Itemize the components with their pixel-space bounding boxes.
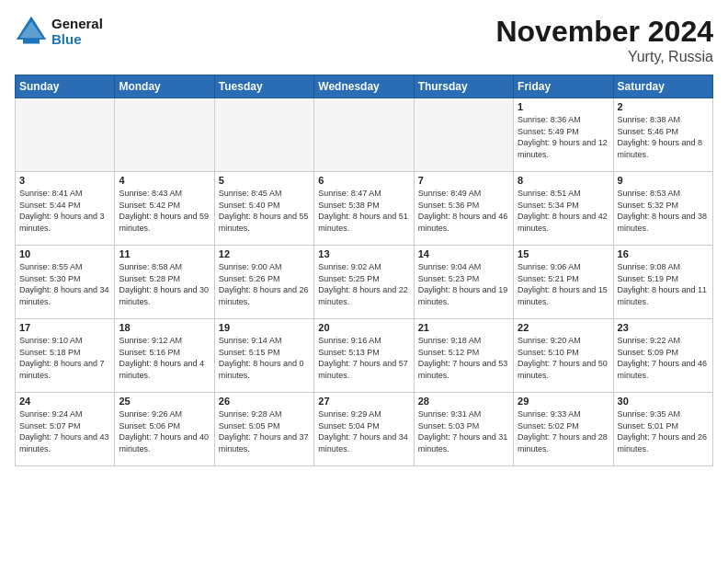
day-number: 20 <box>318 322 409 333</box>
day-number: 8 <box>518 175 609 186</box>
day-number: 4 <box>119 175 210 186</box>
weekday-header-friday: Friday <box>514 75 613 98</box>
day-info: Sunrise: 9:04 AM Sunset: 5:23 PM Dayligh… <box>418 261 509 307</box>
calendar-cell: 24Sunrise: 9:24 AM Sunset: 5:07 PM Dayli… <box>16 393 115 466</box>
calendar-cell: 27Sunrise: 9:29 AM Sunset: 5:04 PM Dayli… <box>314 393 414 466</box>
weekday-header-monday: Monday <box>115 75 214 98</box>
week-row-2: 3Sunrise: 8:41 AM Sunset: 5:44 PM Daylig… <box>16 172 713 246</box>
calendar-cell: 22Sunrise: 9:20 AM Sunset: 5:10 PM Dayli… <box>514 319 613 393</box>
weekday-header-thursday: Thursday <box>414 75 513 98</box>
week-row-5: 24Sunrise: 9:24 AM Sunset: 5:07 PM Dayli… <box>16 393 713 466</box>
day-info: Sunrise: 8:51 AM Sunset: 5:34 PM Dayligh… <box>518 188 609 234</box>
calendar-cell: 10Sunrise: 8:55 AM Sunset: 5:30 PM Dayli… <box>16 246 115 319</box>
weekday-header-sunday: Sunday <box>16 75 115 98</box>
day-info: Sunrise: 9:10 AM Sunset: 5:18 PM Dayligh… <box>19 335 110 381</box>
calendar-cell: 7Sunrise: 8:49 AM Sunset: 5:36 PM Daylig… <box>414 172 513 246</box>
calendar-cell: 29Sunrise: 9:33 AM Sunset: 5:02 PM Dayli… <box>514 393 613 466</box>
calendar-cell: 5Sunrise: 8:45 AM Sunset: 5:40 PM Daylig… <box>214 172 313 246</box>
week-row-1: 1Sunrise: 8:36 AM Sunset: 5:49 PM Daylig… <box>16 98 713 172</box>
location: Yurty, Russia <box>495 49 713 65</box>
weekday-header-saturday: Saturday <box>613 75 712 98</box>
day-info: Sunrise: 9:28 AM Sunset: 5:05 PM Dayligh… <box>219 408 310 454</box>
day-number: 16 <box>618 248 709 259</box>
day-info: Sunrise: 9:35 AM Sunset: 5:01 PM Dayligh… <box>618 408 709 454</box>
weekday-header-row: SundayMondayTuesdayWednesdayThursdayFrid… <box>16 75 713 98</box>
day-number: 26 <box>219 396 310 407</box>
day-info: Sunrise: 9:22 AM Sunset: 5:09 PM Dayligh… <box>618 335 709 381</box>
day-number: 18 <box>119 322 210 333</box>
day-number: 1 <box>518 101 609 112</box>
day-info: Sunrise: 9:12 AM Sunset: 5:16 PM Dayligh… <box>119 335 210 381</box>
calendar-cell: 11Sunrise: 8:58 AM Sunset: 5:28 PM Dayli… <box>115 246 214 319</box>
day-number: 11 <box>119 248 210 259</box>
day-info: Sunrise: 8:55 AM Sunset: 5:30 PM Dayligh… <box>19 261 110 307</box>
day-number: 28 <box>418 396 509 407</box>
day-info: Sunrise: 8:38 AM Sunset: 5:46 PM Dayligh… <box>618 114 709 160</box>
day-info: Sunrise: 9:02 AM Sunset: 5:25 PM Dayligh… <box>318 261 409 307</box>
calendar-cell: 23Sunrise: 9:22 AM Sunset: 5:09 PM Dayli… <box>613 319 712 393</box>
day-info: Sunrise: 9:14 AM Sunset: 5:15 PM Dayligh… <box>219 335 310 381</box>
calendar-cell: 13Sunrise: 9:02 AM Sunset: 5:25 PM Dayli… <box>314 246 414 319</box>
calendar-cell <box>115 98 214 172</box>
calendar-cell <box>314 98 414 172</box>
week-row-4: 17Sunrise: 9:10 AM Sunset: 5:18 PM Dayli… <box>16 319 713 393</box>
day-info: Sunrise: 9:29 AM Sunset: 5:04 PM Dayligh… <box>318 408 409 454</box>
calendar-cell: 2Sunrise: 8:38 AM Sunset: 5:46 PM Daylig… <box>613 98 712 172</box>
logo-icon <box>15 15 48 48</box>
day-number: 21 <box>418 322 509 333</box>
day-number: 22 <box>518 322 609 333</box>
day-number: 7 <box>418 175 509 186</box>
day-info: Sunrise: 9:08 AM Sunset: 5:19 PM Dayligh… <box>618 261 709 307</box>
day-info: Sunrise: 8:41 AM Sunset: 5:44 PM Dayligh… <box>19 188 110 234</box>
day-number: 15 <box>518 248 609 259</box>
calendar-cell: 17Sunrise: 9:10 AM Sunset: 5:18 PM Dayli… <box>16 319 115 393</box>
month-title: November 2024 <box>495 15 713 49</box>
day-info: Sunrise: 9:16 AM Sunset: 5:13 PM Dayligh… <box>318 335 409 381</box>
day-number: 5 <box>219 175 310 186</box>
day-number: 14 <box>418 248 509 259</box>
calendar-cell <box>16 98 115 172</box>
calendar-cell <box>214 98 313 172</box>
day-info: Sunrise: 9:33 AM Sunset: 5:02 PM Dayligh… <box>518 408 609 454</box>
header: General Blue November 2024 Yurty, Russia <box>15 15 713 65</box>
calendar-cell: 1Sunrise: 8:36 AM Sunset: 5:49 PM Daylig… <box>514 98 613 172</box>
day-number: 6 <box>318 175 409 186</box>
week-row-3: 10Sunrise: 8:55 AM Sunset: 5:30 PM Dayli… <box>16 246 713 319</box>
calendar-cell: 6Sunrise: 8:47 AM Sunset: 5:38 PM Daylig… <box>314 172 414 246</box>
calendar-cell: 8Sunrise: 8:51 AM Sunset: 5:34 PM Daylig… <box>514 172 613 246</box>
calendar-cell: 30Sunrise: 9:35 AM Sunset: 5:01 PM Dayli… <box>613 393 712 466</box>
day-info: Sunrise: 8:36 AM Sunset: 5:49 PM Dayligh… <box>518 114 609 160</box>
day-number: 24 <box>19 396 110 407</box>
weekday-header-tuesday: Tuesday <box>214 75 313 98</box>
day-number: 2 <box>618 101 709 112</box>
day-number: 13 <box>318 248 409 259</box>
calendar-cell: 25Sunrise: 9:26 AM Sunset: 5:06 PM Dayli… <box>115 393 214 466</box>
calendar-cell: 15Sunrise: 9:06 AM Sunset: 5:21 PM Dayli… <box>514 246 613 319</box>
calendar-cell <box>414 98 513 172</box>
day-info: Sunrise: 9:00 AM Sunset: 5:26 PM Dayligh… <box>219 261 310 307</box>
page: General Blue November 2024 Yurty, Russia… <box>0 0 728 563</box>
calendar-cell: 4Sunrise: 8:43 AM Sunset: 5:42 PM Daylig… <box>115 172 214 246</box>
calendar-cell: 20Sunrise: 9:16 AM Sunset: 5:13 PM Dayli… <box>314 319 414 393</box>
day-number: 25 <box>119 396 210 407</box>
day-number: 3 <box>19 175 110 186</box>
day-number: 9 <box>618 175 709 186</box>
day-info: Sunrise: 9:26 AM Sunset: 5:06 PM Dayligh… <box>119 408 210 454</box>
day-info: Sunrise: 8:49 AM Sunset: 5:36 PM Dayligh… <box>418 188 509 234</box>
day-info: Sunrise: 9:06 AM Sunset: 5:21 PM Dayligh… <box>518 261 609 307</box>
day-info: Sunrise: 9:24 AM Sunset: 5:07 PM Dayligh… <box>19 408 110 454</box>
day-number: 29 <box>518 396 609 407</box>
calendar-cell: 9Sunrise: 8:53 AM Sunset: 5:32 PM Daylig… <box>613 172 712 246</box>
day-info: Sunrise: 8:47 AM Sunset: 5:38 PM Dayligh… <box>318 188 409 234</box>
day-number: 23 <box>618 322 709 333</box>
calendar-cell: 14Sunrise: 9:04 AM Sunset: 5:23 PM Dayli… <box>414 246 513 319</box>
title-block: November 2024 Yurty, Russia <box>495 15 713 65</box>
calendar-cell: 3Sunrise: 8:41 AM Sunset: 5:44 PM Daylig… <box>16 172 115 246</box>
calendar-cell: 16Sunrise: 9:08 AM Sunset: 5:19 PM Dayli… <box>613 246 712 319</box>
day-info: Sunrise: 9:18 AM Sunset: 5:12 PM Dayligh… <box>418 335 509 381</box>
svg-rect-2 <box>23 40 40 44</box>
calendar-cell: 28Sunrise: 9:31 AM Sunset: 5:03 PM Dayli… <box>414 393 513 466</box>
day-info: Sunrise: 8:45 AM Sunset: 5:40 PM Dayligh… <box>219 188 310 234</box>
calendar-cell: 26Sunrise: 9:28 AM Sunset: 5:05 PM Dayli… <box>214 393 313 466</box>
day-info: Sunrise: 8:53 AM Sunset: 5:32 PM Dayligh… <box>618 188 709 234</box>
